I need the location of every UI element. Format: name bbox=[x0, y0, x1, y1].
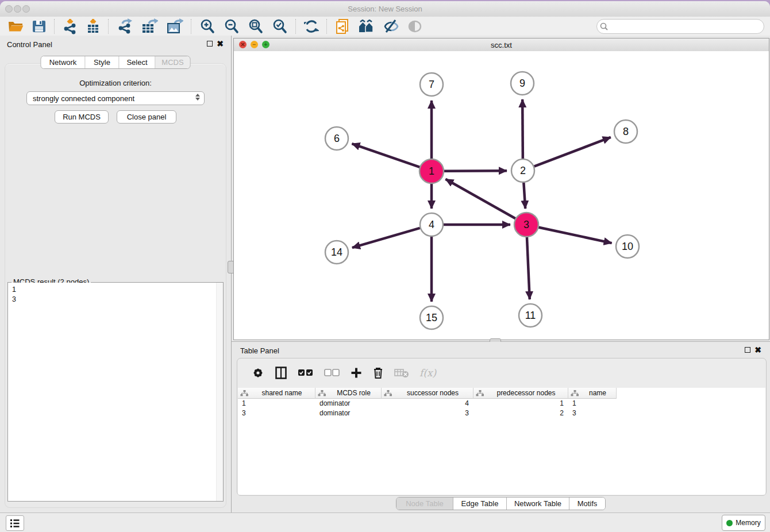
table-toolbar: f(x) bbox=[237, 358, 766, 387]
table-panel-close-icon[interactable]: ✖ bbox=[754, 345, 761, 355]
open-session-icon[interactable] bbox=[3, 18, 28, 35]
table-settings-icon[interactable] bbox=[247, 363, 270, 383]
clone-network-icon[interactable] bbox=[331, 18, 354, 35]
delete-table-icon[interactable] bbox=[389, 363, 414, 383]
column-header-shared-name[interactable]: shared name bbox=[238, 388, 315, 399]
tab-network-table[interactable]: Network Table bbox=[507, 498, 569, 510]
delete-row-icon[interactable] bbox=[367, 363, 389, 383]
search-input[interactable] bbox=[610, 22, 764, 31]
edge-1-6[interactable] bbox=[352, 144, 420, 167]
function-builder-icon[interactable]: f(x) bbox=[414, 363, 441, 383]
run-mcds-button[interactable]: Run MCDS bbox=[55, 110, 109, 124]
search-field[interactable] bbox=[596, 19, 764, 34]
column-header-predecessor-nodes[interactable]: predecessor nodes bbox=[473, 388, 568, 399]
main-area: Control Panel ✖ Network Style Select MCD… bbox=[0, 36, 770, 513]
memory-label: Memory bbox=[736, 519, 760, 527]
node-label-15: 15 bbox=[426, 312, 437, 323]
table-cell[interactable]: 2 bbox=[473, 408, 568, 418]
node-label-10: 10 bbox=[622, 241, 633, 252]
memory-button[interactable]: Memory bbox=[722, 515, 765, 531]
zoom-fit-icon[interactable] bbox=[244, 18, 268, 35]
export-network-icon[interactable] bbox=[113, 18, 137, 35]
import-network-icon[interactable] bbox=[59, 18, 82, 35]
hide-selected-icon[interactable] bbox=[379, 18, 403, 35]
edge-4-14[interactable] bbox=[352, 228, 420, 248]
node-label-2: 2 bbox=[520, 165, 526, 176]
control-panel-title: Control Panel bbox=[7, 40, 52, 49]
edge-3-11[interactable] bbox=[527, 237, 530, 299]
table-row[interactable]: 1dominator411 bbox=[238, 399, 765, 408]
node-label-9: 9 bbox=[519, 78, 525, 89]
show-columns-icon[interactable] bbox=[270, 363, 292, 383]
application-window: Session: New Session bbox=[0, 1, 770, 532]
tab-select[interactable]: Select bbox=[120, 56, 156, 68]
hierarchy-icon bbox=[318, 390, 326, 396]
window-titlebar: Session: New Session bbox=[0, 1, 770, 17]
table-cell[interactable]: dominator bbox=[315, 408, 382, 418]
export-image-icon[interactable] bbox=[162, 18, 187, 35]
table-cell[interactable]: 3 bbox=[238, 408, 315, 418]
edge-1-2[interactable] bbox=[444, 171, 507, 171]
search-icon bbox=[597, 22, 610, 31]
node-label-4: 4 bbox=[429, 219, 434, 230]
tab-node-table[interactable]: Node Table bbox=[396, 498, 453, 510]
tab-mcds[interactable]: MCDS bbox=[156, 56, 190, 68]
close-panel-button[interactable]: Close panel bbox=[117, 110, 176, 124]
table-row[interactable]: 3dominator323 bbox=[238, 408, 765, 418]
network-canvas[interactable]: 1234678910111415 bbox=[234, 51, 769, 340]
mcds-panel-body: Optimization criterion: strongly connect… bbox=[5, 63, 226, 508]
tab-edge-table[interactable]: Edge Table bbox=[453, 498, 507, 510]
main-toolbar bbox=[0, 17, 770, 36]
table-panel-float-icon[interactable] bbox=[745, 347, 750, 353]
node-label-11: 11 bbox=[525, 310, 536, 321]
table-cell[interactable]: 3 bbox=[382, 408, 473, 418]
mcds-result-scrollbar[interactable] bbox=[216, 283, 223, 501]
node-table-body: 1dominator4113dominator323 bbox=[238, 399, 765, 418]
mcds-result-text[interactable]: 1 3 bbox=[8, 283, 223, 501]
zoom-selected-icon[interactable] bbox=[268, 18, 292, 35]
node-table-container: f(x) shared nameMCDS rolesuccessor nodes… bbox=[237, 358, 767, 496]
edge-2-9[interactable] bbox=[522, 99, 523, 159]
zoom-in-icon[interactable] bbox=[195, 18, 220, 35]
optimization-criterion-label: Optimization criterion: bbox=[5, 79, 226, 87]
task-history-button[interactable] bbox=[6, 515, 24, 531]
optimization-criterion-select[interactable]: strongly connected component bbox=[26, 91, 205, 105]
first-neighbors-icon[interactable] bbox=[354, 18, 379, 35]
table-cell[interactable]: 1 bbox=[238, 399, 315, 408]
tab-network[interactable]: Network bbox=[41, 56, 86, 68]
deselect-all-icon[interactable] bbox=[319, 363, 345, 383]
edge-2-8[interactable] bbox=[534, 137, 611, 167]
export-table-icon[interactable] bbox=[137, 18, 162, 35]
select-all-icon[interactable] bbox=[292, 363, 319, 383]
control-panel: Control Panel ✖ Network Style Select MCD… bbox=[0, 36, 231, 513]
control-panel-close-icon[interactable]: ✖ bbox=[217, 38, 224, 49]
tab-motifs[interactable]: Motifs bbox=[569, 498, 605, 510]
status-bar: Memory bbox=[0, 512, 770, 532]
table-cell[interactable]: 1 bbox=[473, 399, 568, 408]
table-cell[interactable]: 4 bbox=[382, 399, 473, 408]
zoom-out-icon[interactable] bbox=[220, 18, 244, 35]
network-window-title: scc.txt bbox=[234, 41, 769, 49]
column-header-name[interactable]: name bbox=[568, 388, 617, 399]
edge-3-10[interactable] bbox=[538, 227, 612, 243]
column-header-successor-nodes[interactable]: successor nodes bbox=[382, 388, 473, 399]
table-cell[interactable]: 3 bbox=[568, 408, 617, 418]
refresh-icon[interactable] bbox=[300, 18, 323, 35]
edge-2-3[interactable] bbox=[523, 183, 525, 209]
show-all-icon[interactable] bbox=[403, 18, 426, 35]
tab-style[interactable]: Style bbox=[86, 56, 120, 68]
hierarchy-icon bbox=[384, 390, 392, 396]
table-cell[interactable]: 1 bbox=[568, 399, 617, 408]
column-header-MCDS-role[interactable]: MCDS role bbox=[315, 388, 382, 399]
hierarchy-icon bbox=[571, 390, 579, 396]
control-panel-float-icon[interactable] bbox=[207, 41, 213, 47]
edge-3-1[interactable] bbox=[445, 179, 515, 219]
select-stepper-icon bbox=[195, 94, 200, 101]
import-table-icon[interactable] bbox=[82, 18, 105, 35]
table-cell[interactable]: dominator bbox=[315, 399, 382, 408]
table-panel-title: Table Panel bbox=[240, 346, 279, 355]
node-label-1: 1 bbox=[429, 165, 434, 177]
add-row-icon[interactable] bbox=[345, 363, 367, 383]
node-table[interactable]: shared nameMCDS rolesuccessor nodesprede… bbox=[238, 388, 765, 495]
save-session-icon[interactable] bbox=[28, 18, 51, 35]
